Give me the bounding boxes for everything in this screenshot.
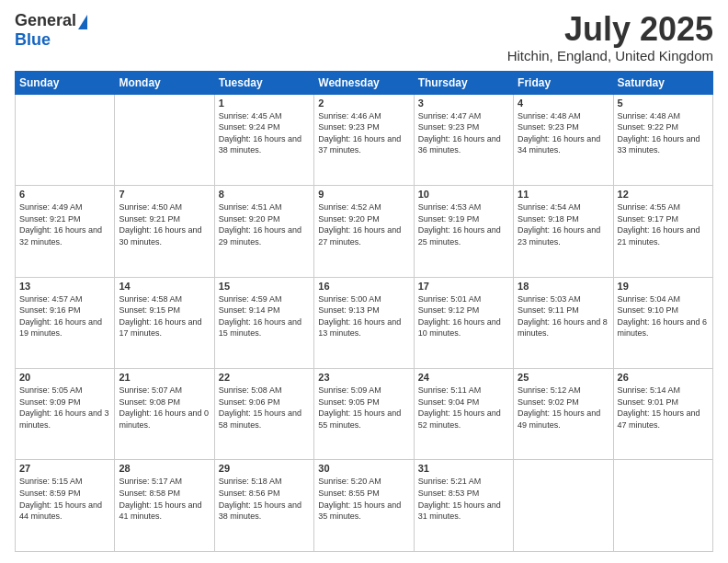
day-number: 24 (418, 372, 509, 383)
calendar-cell: 14Sunrise: 4:58 AMSunset: 9:15 PMDayligh… (115, 277, 214, 368)
header-tuesday: Tuesday (214, 71, 313, 94)
calendar-cell: 30Sunrise: 5:20 AMSunset: 8:55 PMDayligh… (314, 460, 414, 552)
calendar-header-row: Sunday Monday Tuesday Wednesday Thursday… (16, 71, 713, 94)
calendar-cell: 3Sunrise: 4:47 AMSunset: 9:23 PMDaylight… (414, 94, 513, 185)
calendar-cell: 27Sunrise: 5:15 AMSunset: 8:59 PMDayligh… (16, 460, 115, 552)
header-friday: Friday (514, 71, 613, 94)
calendar-cell: 23Sunrise: 5:09 AMSunset: 9:05 PMDayligh… (314, 369, 414, 460)
logo-blue-text: Blue (15, 30, 51, 50)
title-block: July 2025 Hitchin, England, United Kingd… (507, 11, 713, 63)
calendar-cell: 25Sunrise: 5:12 AMSunset: 9:02 PMDayligh… (514, 369, 613, 460)
day-detail: Sunrise: 4:45 AMSunset: 9:24 PMDaylight:… (219, 110, 310, 156)
day-detail: Sunrise: 4:55 AMSunset: 9:17 PMDaylight:… (618, 201, 709, 247)
day-detail: Sunrise: 4:46 AMSunset: 9:23 PMDaylight:… (318, 110, 409, 156)
calendar-cell: 11Sunrise: 4:54 AMSunset: 9:18 PMDayligh… (514, 186, 613, 277)
day-detail: Sunrise: 4:53 AMSunset: 9:19 PMDaylight:… (418, 201, 509, 247)
day-detail: Sunrise: 5:15 AMSunset: 8:59 PMDaylight:… (19, 476, 110, 522)
calendar-cell: 5Sunrise: 4:48 AMSunset: 9:22 PMDaylight… (613, 94, 712, 185)
header: General Blue July 2025 Hitchin, England,… (15, 11, 713, 63)
header-sunday: Sunday (16, 71, 115, 94)
week-row-2: 6Sunrise: 4:49 AMSunset: 9:21 PMDaylight… (16, 186, 713, 277)
day-detail: Sunrise: 4:51 AMSunset: 9:20 PMDaylight:… (219, 201, 310, 247)
header-monday: Monday (115, 71, 214, 94)
calendar-cell: 13Sunrise: 4:57 AMSunset: 9:16 PMDayligh… (16, 277, 115, 368)
day-detail: Sunrise: 5:08 AMSunset: 9:06 PMDaylight:… (219, 385, 310, 431)
week-row-4: 20Sunrise: 5:05 AMSunset: 9:09 PMDayligh… (16, 369, 713, 460)
day-detail: Sunrise: 5:17 AMSunset: 8:58 PMDaylight:… (119, 476, 210, 522)
day-number: 31 (418, 463, 509, 474)
day-detail: Sunrise: 4:58 AMSunset: 9:15 PMDaylight:… (119, 293, 210, 339)
calendar-cell: 17Sunrise: 5:01 AMSunset: 9:12 PMDayligh… (414, 277, 513, 368)
day-number: 28 (119, 463, 210, 474)
week-row-5: 27Sunrise: 5:15 AMSunset: 8:59 PMDayligh… (16, 460, 713, 552)
calendar-cell: 26Sunrise: 5:14 AMSunset: 9:01 PMDayligh… (613, 369, 712, 460)
calendar-cell: 28Sunrise: 5:17 AMSunset: 8:58 PMDayligh… (115, 460, 214, 552)
day-detail: Sunrise: 5:07 AMSunset: 9:08 PMDaylight:… (119, 385, 210, 431)
calendar-cell: 31Sunrise: 5:21 AMSunset: 8:53 PMDayligh… (414, 460, 513, 552)
day-number: 12 (618, 189, 709, 200)
day-detail: Sunrise: 5:04 AMSunset: 9:10 PMDaylight:… (618, 293, 709, 339)
day-number: 6 (19, 189, 110, 200)
day-detail: Sunrise: 5:14 AMSunset: 9:01 PMDaylight:… (618, 385, 709, 431)
day-number: 3 (418, 98, 509, 109)
calendar-cell (514, 460, 613, 552)
day-number: 9 (318, 189, 409, 200)
day-number: 19 (618, 281, 709, 292)
week-row-1: 1Sunrise: 4:45 AMSunset: 9:24 PMDaylight… (16, 94, 713, 185)
day-number: 22 (219, 372, 310, 383)
calendar-cell: 1Sunrise: 4:45 AMSunset: 9:24 PMDaylight… (214, 94, 313, 185)
logo-general-text: General (15, 11, 76, 30)
calendar-cell (115, 94, 214, 185)
day-number: 18 (518, 281, 609, 292)
day-detail: Sunrise: 4:48 AMSunset: 9:23 PMDaylight:… (518, 110, 609, 156)
calendar-cell: 4Sunrise: 4:48 AMSunset: 9:23 PMDaylight… (514, 94, 613, 185)
day-detail: Sunrise: 4:52 AMSunset: 9:20 PMDaylight:… (318, 201, 409, 247)
day-number: 21 (119, 372, 210, 383)
day-number: 29 (219, 463, 310, 474)
day-detail: Sunrise: 4:59 AMSunset: 9:14 PMDaylight:… (219, 293, 310, 339)
day-number: 25 (518, 372, 609, 383)
day-detail: Sunrise: 4:50 AMSunset: 9:21 PMDaylight:… (119, 201, 210, 247)
calendar-cell: 10Sunrise: 4:53 AMSunset: 9:19 PMDayligh… (414, 186, 513, 277)
calendar-cell: 18Sunrise: 5:03 AMSunset: 9:11 PMDayligh… (514, 277, 613, 368)
header-saturday: Saturday (613, 71, 712, 94)
day-detail: Sunrise: 5:20 AMSunset: 8:55 PMDaylight:… (318, 476, 409, 522)
calendar-cell: 2Sunrise: 4:46 AMSunset: 9:23 PMDaylight… (314, 94, 414, 185)
day-number: 23 (318, 372, 409, 383)
day-number: 27 (19, 463, 110, 474)
day-number: 26 (618, 372, 709, 383)
calendar-location: Hitchin, England, United Kingdom (507, 48, 713, 63)
day-number: 7 (119, 189, 210, 200)
calendar-cell: 22Sunrise: 5:08 AMSunset: 9:06 PMDayligh… (214, 369, 313, 460)
day-number: 8 (219, 189, 310, 200)
day-number: 15 (219, 281, 310, 292)
day-detail: Sunrise: 5:11 AMSunset: 9:04 PMDaylight:… (418, 385, 509, 431)
day-detail: Sunrise: 5:01 AMSunset: 9:12 PMDaylight:… (418, 293, 509, 339)
calendar-cell: 19Sunrise: 5:04 AMSunset: 9:10 PMDayligh… (613, 277, 712, 368)
day-number: 1 (219, 98, 310, 109)
calendar-cell: 29Sunrise: 5:18 AMSunset: 8:56 PMDayligh… (214, 460, 313, 552)
day-detail: Sunrise: 4:47 AMSunset: 9:23 PMDaylight:… (418, 110, 509, 156)
day-number: 14 (119, 281, 210, 292)
day-number: 11 (518, 189, 609, 200)
day-detail: Sunrise: 5:09 AMSunset: 9:05 PMDaylight:… (318, 385, 409, 431)
page: General Blue July 2025 Hitchin, England,… (0, 0, 728, 563)
day-number: 2 (318, 98, 409, 109)
calendar-cell: 9Sunrise: 4:52 AMSunset: 9:20 PMDaylight… (314, 186, 414, 277)
calendar-cell (16, 94, 115, 185)
calendar-table: Sunday Monday Tuesday Wednesday Thursday… (15, 71, 713, 552)
header-thursday: Thursday (414, 71, 513, 94)
calendar-cell (613, 460, 712, 552)
calendar-cell: 6Sunrise: 4:49 AMSunset: 9:21 PMDaylight… (16, 186, 115, 277)
day-detail: Sunrise: 4:48 AMSunset: 9:22 PMDaylight:… (618, 110, 709, 156)
day-number: 4 (518, 98, 609, 109)
header-wednesday: Wednesday (314, 71, 414, 94)
day-detail: Sunrise: 5:12 AMSunset: 9:02 PMDaylight:… (518, 385, 609, 431)
day-detail: Sunrise: 4:57 AMSunset: 9:16 PMDaylight:… (19, 293, 110, 339)
calendar-cell: 8Sunrise: 4:51 AMSunset: 9:20 PMDaylight… (214, 186, 313, 277)
logo: General Blue (15, 11, 87, 50)
day-number: 17 (418, 281, 509, 292)
day-number: 5 (618, 98, 709, 109)
logo-triangle-icon (78, 15, 87, 29)
calendar-cell: 15Sunrise: 4:59 AMSunset: 9:14 PMDayligh… (214, 277, 313, 368)
